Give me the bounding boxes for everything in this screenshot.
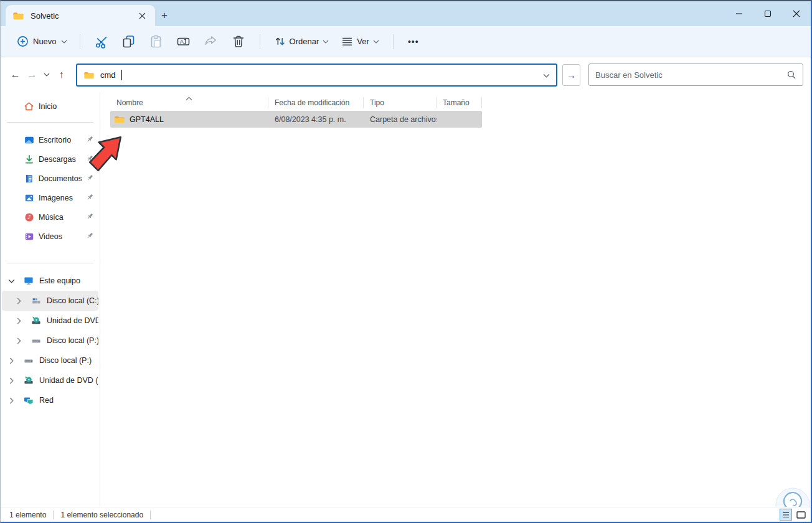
address-input-value[interactable]: cmd (100, 70, 116, 80)
pin-icon (86, 173, 94, 184)
address-bar[interactable]: cmd (76, 64, 557, 87)
chevron-right-icon[interactable] (7, 377, 16, 384)
chevron-right-icon[interactable] (7, 357, 16, 364)
thumbnails-view-icon (796, 511, 806, 519)
sidebar-item-documentos[interactable]: Documentos (2, 169, 98, 188)
pin-icon (86, 231, 94, 242)
sidebar-item-label: Música (39, 213, 64, 222)
folder-icon (12, 11, 24, 21)
sidebar-item-escritorio[interactable]: Escritorio (2, 130, 98, 149)
copy-button[interactable] (115, 31, 143, 53)
sidebar-item-musica[interactable]: ♪ Música (2, 207, 98, 227)
maximize-button[interactable] (753, 1, 782, 26)
minimize-button[interactable] (725, 1, 753, 26)
column-headers: Nombre Fecha de modificación Tipo Tamaño (110, 95, 811, 111)
dvd-drive-icon (31, 316, 41, 326)
tab-solvetic[interactable]: Solvetic (6, 5, 155, 26)
rename-icon: A (176, 34, 191, 49)
column-header-tamano[interactable]: Tamaño (437, 97, 482, 108)
videos-icon (24, 232, 34, 242)
chevron-down-icon (373, 40, 379, 44)
search-box[interactable] (588, 64, 803, 86)
details-view-button[interactable] (780, 509, 792, 521)
sidebar-item-disco-local-p-2[interactable]: Disco local (P:) (2, 351, 98, 370)
chevron-right-icon[interactable] (14, 337, 23, 344)
sidebar-item-este-equipo[interactable]: Este equipo (2, 271, 98, 291)
address-dropdown-button[interactable] (543, 69, 550, 80)
sidebar-item-label: Unidad de DVD (D:) (47, 316, 98, 325)
file-list-pane: Nombre Fecha de modificación Tipo Tamaño… (100, 92, 811, 507)
desktop-icon (24, 135, 34, 145)
sidebar-item-label: Escritorio (39, 136, 71, 144)
forward-button[interactable]: → (24, 65, 40, 84)
chevron-down-icon (61, 40, 67, 44)
paste-button[interactable] (143, 31, 170, 53)
view-button[interactable]: Ver (335, 32, 385, 51)
paste-icon (149, 34, 163, 49)
sidebar-item-disco-local-c[interactable]: Disco local (C:) (2, 291, 98, 311)
tab-close-icon[interactable] (135, 9, 149, 22)
trash-icon (232, 34, 245, 49)
chevron-down-icon[interactable] (7, 279, 16, 283)
sidebar-item-label: Documentos (39, 174, 82, 183)
view-label: Ver (357, 37, 369, 46)
system-drive-icon (31, 296, 41, 306)
chevron-right-icon[interactable] (14, 298, 23, 304)
sort-icon (274, 35, 286, 47)
sidebar-item-disco-local-p[interactable]: Disco local (P:) (2, 331, 98, 351)
chevron-down-icon (323, 40, 329, 44)
minimize-icon (735, 10, 743, 17)
dvd-drive-icon (24, 375, 34, 385)
file-row-gpt4all[interactable]: GPT4ALL 6/08/2023 4:35 p. m. Carpeta de … (110, 111, 482, 128)
window-controls (725, 1, 811, 26)
back-button[interactable]: ← (7, 65, 24, 84)
column-header-fecha[interactable]: Fecha de modificación (268, 97, 364, 108)
share-icon (204, 34, 218, 49)
up-button[interactable]: ↑ (53, 65, 70, 84)
sidebar-item-descargas[interactable]: Descargas (2, 149, 98, 169)
new-tab-button[interactable]: + (155, 5, 174, 26)
sidebar-item-inicio[interactable]: Inicio (2, 97, 98, 116)
chevron-right-icon[interactable] (14, 318, 23, 324)
details-view-icon (782, 512, 790, 518)
file-name: GPT4ALL (130, 115, 164, 124)
pin-icon (86, 212, 94, 223)
computer-icon (24, 276, 34, 286)
cut-button[interactable] (88, 31, 115, 53)
annotation-arrow (85, 132, 124, 173)
more-options-button[interactable]: ••• (401, 31, 426, 53)
downloads-icon (24, 154, 34, 164)
sort-button[interactable]: Ordenar (268, 32, 336, 51)
title-bar: Solvetic + (1, 1, 811, 26)
column-header-tipo[interactable]: Tipo (364, 97, 437, 108)
sidebar-item-label: Imágenes (39, 194, 73, 202)
sidebar-separator (7, 122, 93, 123)
share-button[interactable] (197, 31, 225, 53)
delete-button[interactable] (225, 31, 252, 53)
file-name-cell: GPT4ALL (110, 115, 268, 124)
sort-label: Ordenar (290, 37, 319, 46)
sidebar-item-label: Unidad de DVD (D:) (39, 376, 98, 385)
pictures-icon (24, 193, 34, 203)
go-to-button[interactable]: → (562, 64, 580, 86)
tab-title: Solvetic (31, 11, 59, 21)
recent-locations-button[interactable] (40, 65, 53, 84)
cut-icon (95, 35, 108, 49)
chevron-right-icon[interactable] (7, 397, 16, 404)
new-button[interactable]: Nuevo (12, 32, 72, 51)
rename-button[interactable]: A (170, 31, 197, 53)
file-modified-cell: 6/08/2023 4:35 p. m. (268, 115, 364, 124)
search-input[interactable] (595, 70, 786, 80)
sidebar-item-imagenes[interactable]: Imágenes (2, 188, 98, 207)
thumbnails-view-button[interactable] (795, 509, 807, 521)
close-button[interactable] (782, 1, 811, 26)
svg-text:A: A (180, 38, 184, 45)
home-icon (24, 101, 34, 111)
sidebar-item-unidad-dvd-d-2[interactable]: Unidad de DVD (D:) (2, 370, 98, 390)
item-count: 1 elemento (9, 511, 46, 519)
sidebar-item-red[interactable]: Red (2, 390, 98, 410)
network-icon (24, 395, 34, 405)
sidebar-item-unidad-dvd-d[interactable]: Unidad de DVD (D:) (2, 311, 98, 331)
text-caret (121, 70, 122, 80)
sidebar-item-videos[interactable]: Videos (2, 227, 98, 246)
